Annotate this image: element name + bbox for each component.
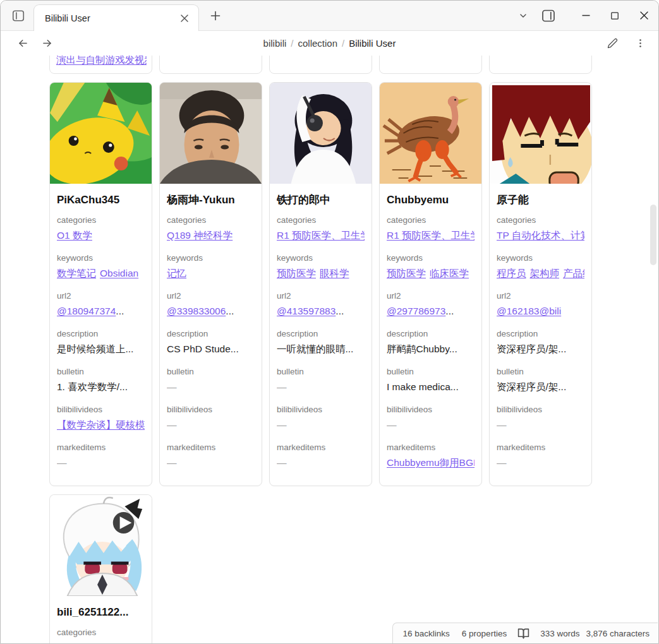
url2-link[interactable]: @413597883: [277, 306, 336, 316]
field-label: markeditems: [57, 442, 145, 453]
breadcrumb-item-bilibili[interactable]: bilibili: [263, 38, 287, 49]
markeditem-link[interactable]: Chubbyemu御用BGM: [387, 457, 475, 468]
url2-link[interactable]: @339833006: [167, 306, 226, 316]
user-card-yuanzineng[interactable]: 原子能 categories TP 自动化技术、计算机 keywords 程序员…: [489, 82, 592, 486]
field-label: bulletin: [167, 366, 255, 378]
forward-arrow-icon[interactable]: [37, 33, 56, 52]
field-description: description 胖鸸鹋Chubby...: [387, 328, 475, 356]
description-text: 资深程序员/架...: [497, 342, 584, 356]
keyword-link[interactable]: 数学笔记: [57, 268, 96, 278]
partial-card[interactable]: 演出与自制游戏发视频: [49, 56, 152, 74]
breadcrumb-item-current[interactable]: Bilibili User: [349, 38, 396, 49]
ellipsis-text: ...: [226, 306, 234, 316]
url2-link[interactable]: @180947374: [57, 306, 116, 316]
field-label: categories: [57, 215, 145, 226]
user-card-chubbyemu[interactable]: Chubbyemu categories R1 预防医学、卫生学 keyword…: [379, 82, 482, 486]
field-markeditems: markeditems —: [277, 442, 365, 470]
field-label: description: [497, 328, 584, 340]
keyword-link[interactable]: 预防医学: [277, 268, 316, 278]
bulletin-text: I make medica...: [387, 380, 475, 394]
left-sidebar-toggle-icon[interactable]: [7, 4, 30, 27]
avatar-image-woman-lens: [270, 83, 372, 184]
url2-link[interactable]: @162183@bili: [497, 306, 561, 316]
video-link[interactable]: 【数学杂谈】硬核模型: [57, 419, 145, 430]
keyword-link[interactable]: 临床医学: [430, 268, 469, 278]
field-label: url2: [57, 290, 145, 302]
backlinks-count[interactable]: 16 backlinks: [403, 629, 450, 638]
vertical-scrollbar-thumb[interactable]: [650, 205, 656, 265]
avatar-image-red-anime: [490, 83, 591, 184]
breadcrumb-separator: /: [342, 38, 344, 49]
partial-card[interactable]: [159, 56, 262, 74]
user-card-tiedadelangzhong[interactable]: 铁打的郎中 categories R1 预防医学、卫生学 keywords 预防…: [269, 82, 372, 486]
field-label: description: [57, 328, 145, 340]
book-open-icon[interactable]: [517, 628, 529, 640]
ellipsis-text: ...: [336, 306, 344, 316]
keyword-link[interactable]: 记忆: [167, 268, 186, 278]
field-label: categories: [167, 215, 255, 226]
clipped-video-link[interactable]: 演出与自制游戏发视频: [56, 56, 147, 67]
user-card-pikachu345[interactable]: PiKaChu345 categories O1 数学 keywords 数学笔…: [49, 82, 152, 486]
field-label: keywords: [167, 253, 255, 264]
new-tab-icon[interactable]: [205, 6, 226, 26]
empty-value-dash: —: [277, 381, 287, 392]
field-keywords: keywords 数学笔记Obsidian: [57, 253, 145, 280]
minimize-button[interactable]: [571, 1, 600, 30]
field-categories: categories TP 自动化技术、计算机: [497, 215, 584, 242]
field-label: categories: [497, 215, 584, 226]
user-card-yukun[interactable]: 杨雨坤-Yukun categories Q189 神经科学 keywords …: [159, 82, 262, 486]
partial-card[interactable]: [379, 56, 482, 74]
category-link[interactable]: R1 预防医学、卫生学: [277, 230, 365, 241]
tab-list-chevron-down-icon[interactable]: [512, 4, 535, 27]
view-header-actions: [603, 33, 650, 52]
note-content: 演出与自制游戏发视频: [1, 56, 658, 643]
empty-value-dash: —: [497, 457, 507, 468]
field-keywords: keywords 程序员架构师产品经理: [497, 253, 584, 280]
field-categories: categories R1 预防医学、卫生学: [277, 215, 365, 242]
keyword-link[interactable]: 眼科学: [320, 268, 349, 278]
field-bilibilivideos: bilibilivideos 【数学杂谈】硬核模型: [57, 404, 145, 432]
keyword-link[interactable]: 程序员: [497, 268, 526, 278]
partial-card[interactable]: [489, 56, 592, 74]
category-link[interactable]: O1 数学: [57, 230, 92, 241]
keyword-link[interactable]: 产品经理: [563, 268, 584, 278]
tab-close-icon[interactable]: [176, 9, 193, 27]
empty-value-dash: —: [277, 419, 287, 430]
field-label: bulletin: [277, 366, 365, 378]
field-label: url2: [387, 290, 475, 302]
field-label: url2: [277, 290, 365, 302]
tab-bilibili-user[interactable]: Bilibili User: [33, 4, 199, 31]
keyword-link[interactable]: 预防医学: [387, 268, 426, 278]
close-button[interactable]: [629, 1, 658, 30]
field-label: description: [167, 328, 255, 340]
field-bilibilivideos: bilibilivideos —: [387, 404, 475, 432]
keyword-link[interactable]: 架构师: [530, 268, 560, 278]
field-label: bilibilivideos: [277, 404, 365, 415]
field-bilibilivideos: bilibilivideos —: [497, 404, 584, 432]
url2-link[interactable]: @297786973: [387, 306, 445, 316]
user-card-bili-6251122[interactable]: bili_6251122... categories: [49, 494, 152, 643]
category-link[interactable]: R1 预防医学、卫生学: [387, 230, 475, 241]
field-keywords: keywords 记忆: [167, 253, 255, 280]
character-count: 3,876 characters: [586, 629, 650, 638]
breadcrumb-item-collection[interactable]: collection: [298, 38, 337, 49]
keyword-link[interactable]: Obsidian: [100, 268, 138, 278]
category-link[interactable]: TP 自动化技术、计算机: [497, 230, 584, 241]
field-label: keywords: [387, 253, 475, 264]
description-text: 一听就懂的眼睛...: [277, 342, 365, 356]
more-options-kebab-icon[interactable]: [631, 33, 650, 52]
empty-value-dash: —: [497, 419, 507, 430]
category-link[interactable]: Q189 神经科学: [167, 230, 233, 241]
maximize-button[interactable]: [600, 1, 629, 30]
properties-count[interactable]: 6 properties: [462, 629, 507, 638]
right-sidebar-toggle-icon[interactable]: [535, 4, 562, 27]
partial-card[interactable]: [269, 56, 372, 74]
avatar-image-emu: [380, 83, 481, 184]
edit-pencil-icon[interactable]: [603, 33, 622, 52]
field-label: bulletin: [387, 366, 475, 378]
field-label: keywords: [57, 253, 145, 264]
titlebar-right: [512, 1, 658, 30]
back-arrow-icon[interactable]: [13, 33, 32, 52]
view-header: bilibili/collection/Bilibili User: [1, 31, 658, 55]
breadcrumb: bilibili/collection/Bilibili User: [263, 38, 396, 49]
